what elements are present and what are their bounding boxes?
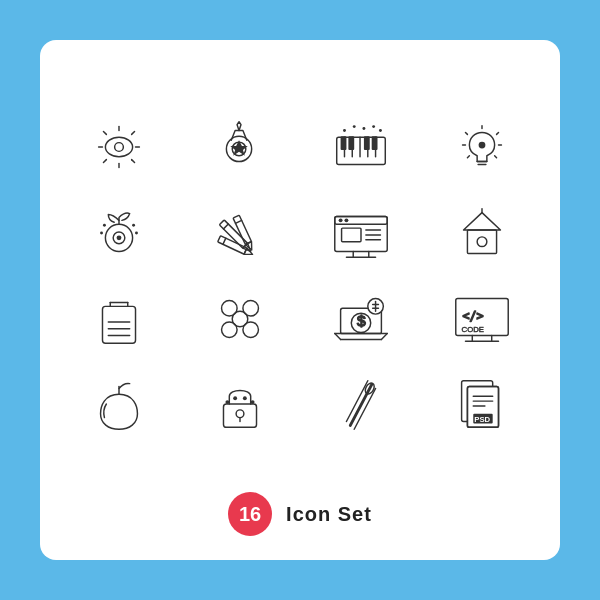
battery-icon-cell — [70, 285, 167, 353]
ring-icon — [206, 113, 274, 181]
psd-icon-cell: PSD — [433, 371, 530, 439]
battery-icon — [85, 285, 153, 353]
svg-line-48 — [223, 224, 228, 229]
meteor-icon-cell — [312, 371, 409, 439]
svg-text:CODE: CODE — [461, 325, 483, 334]
svg-rect-22 — [371, 136, 377, 150]
code-icon: </> CODE — [448, 285, 516, 353]
plant-icon — [85, 199, 153, 267]
svg-point-25 — [362, 127, 365, 130]
svg-rect-67 — [467, 230, 496, 253]
svg-point-65 — [344, 218, 348, 222]
svg-line-9 — [103, 160, 106, 163]
svg-rect-20 — [348, 136, 354, 150]
svg-point-35 — [478, 142, 485, 149]
icons-grid: $ </> CODE — [70, 70, 530, 482]
circles-icon — [206, 285, 274, 353]
lock-icon — [206, 371, 274, 439]
birdhouse-icon — [448, 199, 516, 267]
svg-point-64 — [338, 218, 342, 222]
svg-point-105 — [242, 396, 246, 400]
svg-text:</>: </> — [462, 309, 483, 323]
svg-point-80 — [221, 322, 237, 338]
monitor-icon — [327, 199, 395, 267]
svg-rect-100 — [223, 404, 256, 427]
svg-line-7 — [131, 160, 134, 163]
idea-icon-cell — [433, 113, 530, 181]
eye-icon-cell — [70, 113, 167, 181]
apple-icon-cell — [70, 371, 167, 439]
svg-point-43 — [102, 224, 105, 227]
svg-rect-19 — [340, 136, 346, 150]
svg-line-107 — [350, 385, 371, 426]
laptop-icon: $ — [327, 285, 395, 353]
svg-line-51 — [235, 220, 241, 223]
svg-point-1 — [114, 143, 123, 152]
keyboard-icon — [327, 113, 395, 181]
svg-line-6 — [103, 131, 106, 134]
svg-point-0 — [105, 137, 132, 156]
meteor-icon — [327, 371, 395, 439]
pencils-icon-cell — [191, 199, 288, 267]
eye-icon — [85, 113, 153, 181]
idea-icon — [448, 113, 516, 181]
footer: 16 Icon Set — [228, 492, 372, 536]
svg-point-26 — [372, 125, 375, 128]
svg-point-68 — [477, 237, 487, 247]
svg-point-45 — [132, 224, 135, 227]
svg-marker-12 — [230, 140, 247, 156]
birdhouse-icon-cell — [433, 199, 530, 267]
svg-rect-56 — [334, 216, 386, 224]
svg-point-44 — [135, 232, 138, 235]
laptop-icon-cell: $ — [312, 285, 409, 353]
svg-point-42 — [100, 232, 103, 235]
footer-text: Icon Set — [286, 503, 372, 526]
svg-point-106 — [250, 400, 254, 404]
svg-point-27 — [378, 129, 381, 132]
psd-icon: PSD — [448, 371, 516, 439]
svg-point-23 — [343, 129, 346, 132]
ring-icon-cell — [191, 113, 288, 181]
icon-set-card: $ </> CODE — [40, 40, 560, 560]
svg-rect-70 — [102, 306, 135, 343]
svg-line-36 — [494, 156, 496, 158]
svg-rect-60 — [341, 228, 360, 242]
svg-line-32 — [465, 132, 467, 134]
svg-text:PSD: PSD — [474, 415, 490, 424]
lock-icon-cell — [191, 371, 288, 439]
monitor-icon-cell — [312, 199, 409, 267]
svg-point-24 — [352, 125, 355, 128]
keyboard-icon-cell — [312, 113, 409, 181]
apple-icon — [85, 371, 153, 439]
svg-line-31 — [496, 132, 498, 134]
pencils-icon — [206, 199, 274, 267]
plant-icon-cell — [70, 199, 167, 267]
svg-rect-21 — [363, 136, 369, 150]
svg-line-84 — [334, 334, 340, 340]
code-icon-cell: </> CODE — [433, 285, 530, 353]
svg-line-54 — [222, 238, 225, 244]
svg-rect-49 — [233, 215, 251, 244]
svg-line-37 — [467, 156, 469, 158]
svg-point-40 — [116, 235, 121, 240]
svg-marker-66 — [463, 213, 500, 230]
svg-line-8 — [131, 131, 134, 134]
svg-marker-53 — [244, 248, 254, 257]
svg-point-103 — [225, 400, 229, 404]
svg-point-101 — [236, 410, 244, 418]
svg-point-81 — [242, 322, 258, 338]
svg-point-104 — [233, 396, 237, 400]
count-badge: 16 — [228, 492, 272, 536]
svg-line-85 — [381, 334, 387, 340]
circles-icon-cell — [191, 285, 288, 353]
